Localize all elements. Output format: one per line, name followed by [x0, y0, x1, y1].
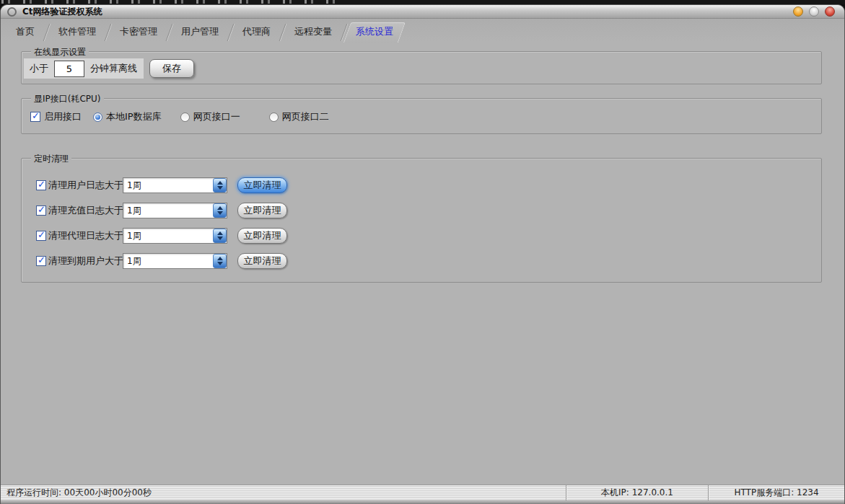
checkbox-checked-icon[interactable]	[36, 180, 46, 190]
clean-now-button[interactable]: 立即清理	[237, 253, 287, 269]
runtime-status: 程序运行时间: 00天00小时00分00秒	[1, 487, 566, 499]
group-title: 在线显示设置	[31, 46, 89, 58]
group-online-display-settings: 在线显示设置 小于 分钟算离线 保存	[21, 51, 822, 84]
status-bar: 程序运行时间: 00天00小时00分00秒 本机IP: 127.0.0.1 HT…	[1, 485, 844, 500]
group-scheduled-cleanup: 定时清理 清理用户日志大于 1周 立即清理	[21, 158, 822, 283]
cleanup-rows: 清理用户日志大于 1周 立即清理 清理充值日志大于 1周	[22, 159, 821, 269]
arrow-down-icon	[217, 262, 223, 265]
period-dropdown[interactable]: 1周	[123, 253, 227, 269]
dropdown-stepper[interactable]	[213, 254, 227, 268]
window-controls	[793, 6, 835, 17]
close-button[interactable]	[825, 6, 835, 17]
arrow-up-icon	[217, 206, 223, 210]
group-title: 显IP接口(耗CPU)	[31, 93, 104, 105]
period-dropdown[interactable]: 1周	[123, 177, 227, 193]
radio-web-interface-two[interactable]: 网页接口二	[269, 110, 329, 123]
arrow-down-icon	[217, 186, 223, 190]
arrow-down-icon	[217, 211, 223, 215]
tab-user-management[interactable]: 用户管理	[172, 22, 228, 43]
local-ip-status: 本机IP: 127.0.0.1	[566, 487, 708, 499]
window-bottom-edge	[1, 500, 844, 504]
arrow-up-icon	[217, 181, 223, 185]
checkbox-checked-icon[interactable]	[30, 112, 40, 122]
titlebar: Ct网络验证授权系统	[1, 5, 844, 19]
clean-now-button[interactable]: 立即清理	[237, 177, 287, 193]
cleanup-row-expired-users: 清理到期用户大于 1周 立即清理	[36, 253, 821, 269]
tab-remote-variables[interactable]: 远程变量	[285, 22, 341, 43]
ip-interface-row: 启用接口 本地IP数据库 网页接口一 网页接口二	[30, 110, 329, 123]
tab-agents[interactable]: 代理商	[233, 22, 280, 43]
app-window: Ct网络验证授权系统 首页 软件管理 卡密管理 用户管理	[0, 4, 845, 504]
offline-threshold-panel: 小于 分钟算离线	[24, 58, 144, 79]
clean-now-button[interactable]: 立即清理	[237, 203, 287, 218]
tab-card-key-management[interactable]: 卡密管理	[110, 22, 167, 43]
save-button[interactable]: 保存	[149, 59, 194, 78]
cleanup-row-agent-logs: 清理代理日志大于 1周 立即清理	[36, 228, 821, 244]
radio-selected-icon[interactable]	[93, 112, 102, 122]
minimize-button[interactable]	[793, 6, 803, 17]
group-title: 定时清理	[31, 153, 71, 165]
window-title: Ct网络验证授权系统	[22, 6, 102, 18]
tab-software-management[interactable]: 软件管理	[49, 22, 105, 43]
arrow-up-icon	[217, 231, 223, 235]
radio-icon[interactable]	[180, 112, 190, 122]
arrow-up-icon	[217, 257, 223, 260]
offline-minutes-input[interactable]	[54, 61, 84, 77]
checkbox-checked-icon[interactable]	[36, 205, 46, 216]
enable-interface-checkbox[interactable]: 启用接口	[30, 110, 82, 123]
checkbox-checked-icon[interactable]	[36, 231, 46, 241]
dropdown-stepper[interactable]	[213, 203, 227, 218]
tab-system-settings[interactable]: 系统设置	[346, 22, 403, 43]
offline-threshold-row: 小于 分钟算离线 保存	[24, 58, 194, 79]
period-dropdown[interactable]: 1周	[123, 228, 227, 244]
app-logo-icon	[7, 7, 17, 17]
tab-home[interactable]: 首页	[6, 22, 44, 43]
cleanup-row-user-logs: 清理用户日志大于 1周 立即清理	[36, 177, 821, 193]
dropdown-stepper[interactable]	[213, 178, 227, 193]
dropdown-stepper[interactable]	[213, 229, 227, 243]
http-port-status: HTTP服务端口: 1234	[709, 487, 844, 499]
group-ip-interface: 显IP接口(耗CPU) 启用接口 本地IP数据库 网页接口一 网页接口二	[21, 98, 822, 134]
maximize-button[interactable]	[809, 6, 819, 17]
checkbox-checked-icon[interactable]	[36, 256, 46, 266]
tab-bar: 首页 软件管理 卡密管理 用户管理 代理商 远程变量 系统设置	[1, 19, 844, 41]
radio-web-interface-one[interactable]: 网页接口一	[180, 110, 240, 123]
radio-icon[interactable]	[269, 112, 279, 122]
clean-now-button[interactable]: 立即清理	[237, 228, 287, 244]
radio-local-ip-database[interactable]: 本地IP数据库	[93, 110, 162, 123]
arrow-down-icon	[217, 236, 223, 240]
period-dropdown[interactable]: 1周	[123, 203, 227, 218]
offline-threshold-prefix-label: 小于	[30, 62, 48, 75]
offline-threshold-suffix-label: 分钟算离线	[90, 62, 137, 75]
settings-panel: 在线显示设置 小于 分钟算离线 保存 显IP接口(耗CPU) 启用接口	[1, 41, 844, 283]
cleanup-row-recharge-logs: 清理充值日志大于 1周 立即清理	[36, 203, 821, 218]
